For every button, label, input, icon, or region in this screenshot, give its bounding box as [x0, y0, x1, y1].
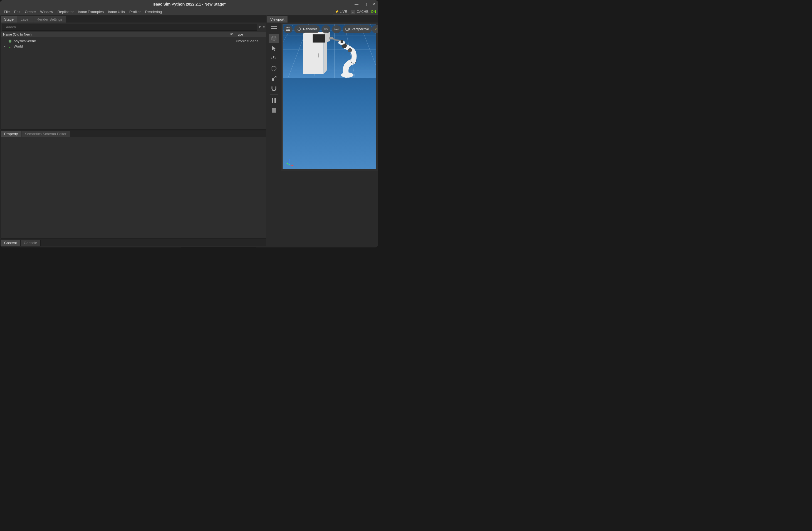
viewport-tabs: Viewport	[267, 16, 378, 23]
col-name[interactable]: Name (Old to New)	[3, 32, 228, 36]
svg-rect-33	[313, 34, 325, 43]
select-tool-icon[interactable]	[269, 44, 279, 53]
axes-icon	[8, 44, 12, 48]
pause-tool-icon[interactable]	[269, 95, 279, 105]
close-icon[interactable]: ✕	[372, 2, 375, 6]
viewport-settings-icon[interactable]	[284, 25, 292, 33]
viewport-toolbar: Renderer Perspective Stage Lights	[284, 25, 375, 33]
scale-tool-icon[interactable]	[269, 74, 279, 83]
tab-viewport[interactable]: Viewport	[267, 16, 288, 23]
menu-file[interactable]: File	[2, 9, 11, 14]
perspective-button[interactable]: Perspective	[343, 25, 372, 33]
tab-property[interactable]: Property	[1, 131, 21, 137]
svg-rect-14	[346, 28, 349, 30]
cache-status: ON	[371, 10, 376, 14]
svg-point-8	[288, 29, 289, 30]
stage-search-input[interactable]	[2, 24, 257, 31]
svg-rect-2	[272, 98, 273, 103]
visibility-icon[interactable]	[228, 32, 236, 36]
stage-tree: physicsScene PhysicsScene ▸ World	[1, 37, 266, 50]
content-panel: Content Console +Import ‹ › ▼ 🔍 ≡ ▼ ⊟Boo…	[1, 239, 266, 248]
svg-rect-41	[329, 37, 333, 40]
renderer-button[interactable]: Renderer	[294, 25, 320, 33]
tab-layer[interactable]: Layer	[17, 16, 33, 23]
menu-create[interactable]: Create	[23, 9, 37, 14]
menu-replicator[interactable]: Replicator	[56, 9, 76, 14]
maximize-icon[interactable]: ▢	[363, 2, 367, 6]
svg-point-15	[375, 29, 376, 29]
svg-line-49	[8, 47, 10, 48]
menu-profiler[interactable]: Profiler	[128, 9, 142, 14]
box-icon	[8, 39, 12, 43]
tree-row-physics[interactable]: physicsScene PhysicsScene	[2, 38, 265, 44]
snap-tool-icon[interactable]	[269, 84, 279, 93]
svg-point-46	[231, 34, 232, 35]
axis-gizmo-icon	[286, 158, 294, 166]
rotate-tool-icon[interactable]	[269, 64, 279, 73]
titlebar: Isaac Sim Python 2022.2.1 - New Stage* —…	[0, 0, 378, 8]
viewport-canvas[interactable]	[282, 24, 376, 169]
hamburger-tool-icon[interactable]	[269, 24, 279, 33]
svg-rect-4	[272, 108, 276, 113]
bolt-icon: ⚡	[335, 10, 339, 14]
svg-line-44	[290, 165, 293, 166]
menu-window[interactable]: Window	[38, 9, 55, 14]
signal-icon[interactable]	[332, 25, 341, 33]
stop-tool-icon[interactable]	[269, 106, 279, 115]
window-title: Isaac Sim Python 2022.2.1 - New Stage*	[153, 2, 226, 6]
svg-point-6	[287, 27, 288, 28]
menubar: File Edit Create Window Replicator Isaac…	[0, 8, 378, 15]
menu-items: File Edit Create Window Replicator Isaac…	[2, 9, 163, 14]
content-search-input[interactable]	[181, 247, 256, 248]
menu-edit[interactable]: Edit	[13, 9, 22, 14]
stage-lights-button[interactable]: Stage Lights	[372, 25, 378, 33]
svg-point-12	[325, 29, 327, 30]
svg-point-10	[287, 30, 288, 31]
live-dropdown-icon[interactable]: ⌄	[351, 10, 355, 14]
svg-point-11	[298, 28, 301, 31]
svg-rect-35	[318, 54, 319, 58]
stage-header: Name (Old to New) Type	[1, 32, 266, 37]
tab-content[interactable]: Content	[1, 240, 20, 246]
svg-rect-3	[274, 98, 276, 103]
svg-line-45	[287, 163, 290, 165]
tab-stage[interactable]: Stage	[1, 16, 17, 23]
menu-icon[interactable]: ≡	[262, 25, 265, 29]
viewport-panel: Viewport Renderer	[267, 16, 378, 171]
svg-point-42	[348, 48, 352, 52]
property-panel: Property Semantics Schema Editor	[1, 130, 266, 238]
menu-isaac-utils[interactable]: Isaac Utils	[106, 9, 127, 14]
svg-point-13	[336, 29, 337, 29]
eye-icon[interactable]	[321, 25, 330, 33]
stage-panel: Stage Layer Render Settings ▼ ≡ Name (Ol…	[1, 16, 266, 130]
tab-semantics[interactable]: Semantics Schema Editor	[21, 131, 70, 137]
menu-isaac-examples[interactable]: Isaac Examples	[76, 9, 105, 14]
live-badge[interactable]: ⚡LIVE	[333, 9, 349, 14]
minimize-icon[interactable]: —	[354, 2, 359, 6]
cube-tool-icon[interactable]	[269, 34, 279, 43]
tree-row-world[interactable]: ▸ World	[2, 44, 265, 49]
move-tool-icon[interactable]	[269, 54, 279, 63]
menu-rendering[interactable]: Rendering	[144, 9, 163, 14]
filter-icon[interactable]: ▼	[258, 25, 262, 29]
tab-console[interactable]: Console	[20, 240, 41, 246]
expand-icon[interactable]: ▸	[3, 44, 6, 48]
cache-label: CACHE:	[357, 10, 369, 14]
tool-sidebar	[267, 23, 281, 171]
tab-render-settings[interactable]: Render Settings	[33, 16, 66, 23]
col-type[interactable]: Type	[236, 32, 264, 36]
svg-line-48	[10, 48, 12, 48]
status-right: ⚡LIVE ⌄ CACHE: ON	[333, 9, 376, 14]
window-controls: — ▢ ✕	[354, 2, 375, 6]
svg-rect-1	[272, 78, 274, 80]
content-toolbar: +Import ‹ › ▼ 🔍 ≡ ▼	[1, 246, 266, 248]
